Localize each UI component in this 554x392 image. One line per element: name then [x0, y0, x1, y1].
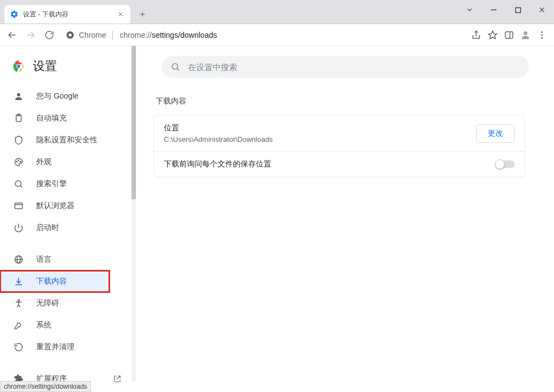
kebab-menu-icon[interactable]: [534, 27, 550, 43]
svg-rect-14: [505, 32, 513, 38]
origin-label: Chrome: [79, 31, 106, 39]
sidebar-item-label: 外观: [36, 157, 52, 167]
shield-icon: [13, 135, 24, 146]
sidebar-item-accessibility[interactable]: 无障碍: [0, 292, 132, 314]
sidebar-item-label: 重置并清理: [36, 342, 75, 352]
sidebar-item-downloads[interactable]: 下载内容: [0, 270, 110, 292]
sidebar-item-label: 自动填充: [36, 113, 67, 123]
palette-icon: [13, 157, 24, 168]
svg-point-17: [541, 31, 543, 33]
status-bar: chrome://settings/downloads: [0, 381, 91, 392]
svg-rect-31: [15, 203, 22, 209]
address-bar[interactable]: Chrome │ chrome://settings/downloads: [60, 27, 465, 43]
wrench-icon: [13, 320, 24, 331]
settings-title: 设置: [33, 58, 57, 74]
search-icon: [170, 62, 180, 72]
side-panel-icon[interactable]: [501, 27, 517, 43]
sidebar-item-search-engine[interactable]: 搜索引擎: [0, 173, 132, 195]
location-label: 位置: [164, 123, 476, 133]
svg-point-39: [18, 299, 20, 301]
sidebar-item-default-browser[interactable]: 默认浏览器: [0, 195, 132, 217]
browser-window-icon: [13, 200, 24, 211]
sidebar-item-reset[interactable]: 重置并清理: [0, 336, 132, 358]
sidebar-item-system[interactable]: 系统: [0, 314, 132, 336]
location-path: C:\Users\Administrator\Downloads: [164, 135, 476, 143]
settings-search-box[interactable]: [162, 56, 529, 78]
sidebar-item-appearance[interactable]: 外观: [0, 151, 132, 173]
open-in-new-icon: [113, 374, 122, 383]
restore-icon: [13, 342, 24, 353]
window-titlebar: 设置 - 下载内容: [0, 0, 554, 24]
ask-before-download-row: 下载前询问每个文件的保存位置: [154, 151, 524, 177]
sidebar-scrollbar[interactable]: [132, 46, 136, 381]
share-icon[interactable]: [469, 27, 484, 43]
forward-button[interactable]: [23, 27, 38, 43]
bookmark-star-icon[interactable]: [485, 27, 500, 43]
omnibox-separator: │: [111, 31, 116, 39]
reload-button[interactable]: [42, 27, 57, 43]
svg-point-23: [17, 93, 20, 96]
search-icon: [13, 178, 24, 189]
ask-before-download-label: 下载前询问每个文件的保存位置: [164, 159, 496, 169]
ask-before-download-toggle[interactable]: [496, 160, 515, 168]
minimize-button[interactable]: [482, 2, 506, 18]
tab-title: 设置 - 下载内容: [23, 10, 112, 19]
sidebar-item-label: 默认浏览器: [36, 201, 75, 211]
accessibility-icon: [13, 298, 24, 309]
svg-point-27: [18, 160, 19, 161]
svg-point-11: [68, 33, 71, 36]
sidebar-item-on-startup[interactable]: 启动时: [0, 217, 132, 239]
globe-icon: [13, 254, 24, 265]
browser-toolbar: Chrome │ chrome://settings/downloads: [0, 24, 554, 46]
url-display: chrome://settings/downloads: [120, 31, 217, 39]
clipboard-icon: [13, 113, 24, 124]
person-icon: [13, 91, 24, 102]
tab-close-icon[interactable]: [116, 10, 125, 19]
window-controls: [458, 0, 554, 24]
settings-content: 下载内容 位置 C:\Users\Administrator\Downloads…: [136, 46, 554, 381]
svg-point-18: [541, 34, 543, 36]
svg-rect-5: [516, 8, 521, 13]
toggle-knob: [495, 159, 505, 169]
svg-marker-13: [489, 31, 497, 38]
change-location-button[interactable]: 更改: [476, 124, 515, 143]
svg-point-28: [20, 162, 21, 163]
sidebar-item-languages[interactable]: 语言: [0, 249, 132, 270]
downloads-settings-card: 位置 C:\Users\Administrator\Downloads 更改 下…: [153, 115, 525, 177]
sidebar-item-label: 无障碍: [36, 298, 59, 308]
browser-tab[interactable]: 设置 - 下载内容: [4, 5, 130, 24]
back-button[interactable]: [4, 27, 20, 43]
sidebar-item-label: 您与 Google: [36, 91, 78, 101]
chevron-down-icon[interactable]: [458, 2, 482, 18]
new-tab-button[interactable]: [135, 7, 150, 22]
settings-header: 设置: [0, 51, 132, 85]
svg-point-29: [15, 181, 21, 187]
sidebar-item-autofill[interactable]: 自动填充: [0, 107, 132, 129]
svg-point-16: [524, 31, 528, 35]
maximize-button[interactable]: [506, 2, 530, 18]
settings-search-input[interactable]: [188, 62, 520, 72]
section-title: 下载内容: [156, 96, 536, 106]
power-icon: [13, 222, 24, 233]
svg-point-19: [541, 37, 543, 38]
chrome-logo-icon: [66, 31, 75, 39]
scrollbar-thumb[interactable]: [132, 46, 136, 199]
svg-line-40: [117, 376, 120, 379]
sidebar-item-privacy[interactable]: 隐私设置和安全性: [0, 129, 132, 151]
sidebar-item-you-and-google[interactable]: 您与 Google: [0, 85, 132, 107]
svg-line-42: [177, 68, 179, 71]
profile-avatar-icon[interactable]: [518, 27, 533, 43]
sidebar-item-label: 语言: [36, 255, 52, 264]
sidebar-item-label: 启动时: [36, 223, 59, 233]
download-icon: [13, 276, 24, 287]
settings-sidebar: 设置 您与 Google 自动填充 隐私设置和安全性 外观: [0, 46, 132, 381]
settings-gear-icon: [10, 10, 19, 19]
svg-point-26: [16, 162, 18, 163]
chrome-logo-icon: [12, 60, 25, 73]
sidebar-item-label: 搜索引擎: [36, 179, 67, 189]
svg-point-41: [172, 64, 178, 70]
download-location-row: 位置 C:\Users\Administrator\Downloads 更改: [154, 116, 524, 151]
sidebar-item-label: 隐私设置和安全性: [36, 135, 98, 145]
close-window-button[interactable]: [530, 2, 554, 18]
svg-point-21: [17, 65, 20, 68]
